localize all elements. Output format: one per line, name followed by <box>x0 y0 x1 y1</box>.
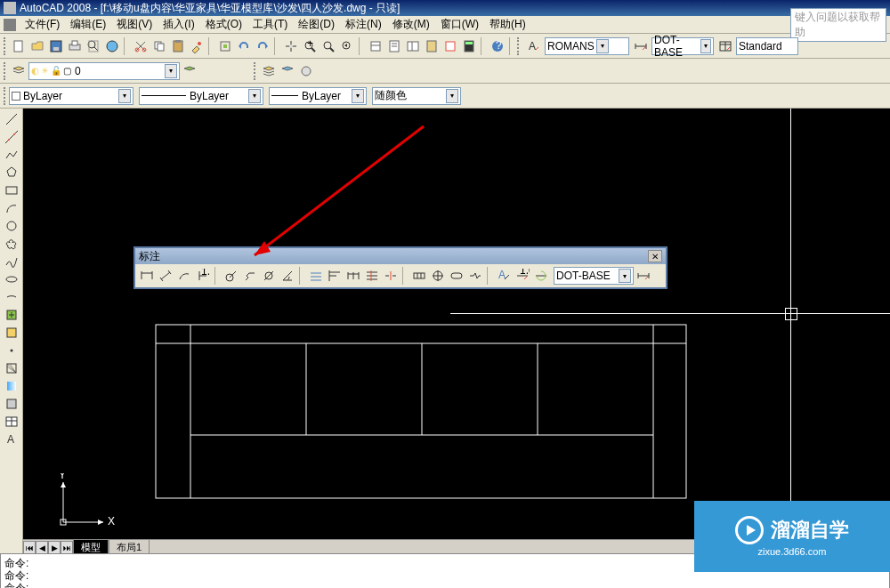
make-block-button[interactable] <box>2 324 21 342</box>
pan-button[interactable] <box>282 37 300 55</box>
dim-jogged-button[interactable] <box>241 267 259 285</box>
properties-button[interactable] <box>385 37 403 55</box>
text-style-dropdown[interactable]: ROMANS <box>545 37 629 55</box>
ellipse-button[interactable] <box>2 270 21 288</box>
dropdown-arrow-icon[interactable] <box>248 89 261 103</box>
command-input-line[interactable]: 命令: <box>4 581 886 588</box>
dim-style-current-dropdown[interactable]: DOT-BASE <box>554 267 634 285</box>
center-mark-button[interactable] <box>429 267 447 285</box>
cut-button[interactable] <box>132 37 150 55</box>
dim-baseline-button[interactable] <box>326 267 344 285</box>
dim-radius-button[interactable] <box>222 267 240 285</box>
toolbar-grip[interactable] <box>4 87 7 105</box>
layer-dropdown[interactable]: ◐☀🔓▢ 0 <box>28 62 180 80</box>
dim-style-control-button[interactable] <box>635 267 652 285</box>
dropdown-arrow-icon[interactable] <box>619 269 631 283</box>
match-prop-button[interactable] <box>188 37 206 55</box>
tab-last-button[interactable]: ⏭ <box>61 541 73 554</box>
inspection-button[interactable] <box>448 267 465 285</box>
design-center-button[interactable] <box>404 37 422 55</box>
dim-style-dropdown[interactable]: DOT-BASE <box>651 37 714 55</box>
tool-palettes-button[interactable] <box>423 37 441 55</box>
dropdown-arrow-icon[interactable] <box>700 39 711 53</box>
arc-button[interactable] <box>2 199 21 217</box>
menu-format[interactable]: 格式(O) <box>200 15 247 34</box>
plot-button[interactable] <box>66 37 84 55</box>
dim-tedit-button[interactable]: 1.0 <box>514 267 531 285</box>
dim-break-button[interactable] <box>382 267 400 285</box>
toolbar-grip[interactable] <box>517 37 521 55</box>
polygon-button[interactable] <box>2 164 21 181</box>
menu-edit[interactable]: 编辑(E) <box>65 15 111 34</box>
table-button[interactable] <box>2 413 21 431</box>
tab-next-button[interactable]: ▶ <box>48 541 61 554</box>
help-search-box[interactable]: 键入问题以获取帮助 <box>790 8 886 42</box>
toolbar-grip[interactable] <box>4 37 7 55</box>
dim-ordinate-button[interactable]: 1.0 <box>194 267 212 285</box>
copy-button[interactable] <box>150 37 168 55</box>
dim-continue-button[interactable] <box>344 267 362 285</box>
dimension-toolbar-titlebar[interactable]: 标注 ✕ <box>135 248 666 264</box>
layer-states-button[interactable] <box>260 62 278 80</box>
tab-first-button[interactable]: ⏮ <box>23 541 36 554</box>
layer-previous-button[interactable] <box>181 62 198 80</box>
layer-off-button[interactable] <box>297 62 315 80</box>
menu-window[interactable]: 窗口(W) <box>435 15 484 34</box>
open-button[interactable] <box>28 37 46 55</box>
dim-style-button[interactable] <box>632 37 650 55</box>
save-button[interactable] <box>47 37 65 55</box>
jogged-linear-button[interactable] <box>466 267 484 285</box>
dim-edit-button[interactable]: A <box>495 267 513 285</box>
dropdown-arrow-icon[interactable] <box>165 64 177 78</box>
redo-button[interactable] <box>254 37 271 55</box>
layer-properties-button[interactable] <box>10 62 28 80</box>
menu-tools[interactable]: 工具(T) <box>247 15 293 34</box>
zoom-window-button[interactable] <box>320 37 337 55</box>
circle-button[interactable] <box>2 217 21 235</box>
text-style-button[interactable]: A <box>525 37 543 55</box>
tab-model[interactable]: 模型 <box>73 539 109 553</box>
ssm-button[interactable] <box>367 37 384 55</box>
zoom-previous-button[interactable] <box>338 37 356 55</box>
dim-angular-button[interactable] <box>279 267 296 285</box>
dim-space-button[interactable] <box>363 267 381 285</box>
line-button[interactable] <box>2 110 21 128</box>
point-button[interactable] <box>2 342 21 359</box>
menu-view[interactable]: 视图(V) <box>111 15 158 34</box>
spline-button[interactable] <box>2 253 21 270</box>
lineweight-dropdown[interactable]: ByLayer <box>269 87 367 105</box>
revcloud-button[interactable] <box>2 235 21 253</box>
menu-help[interactable]: 帮助(H) <box>484 15 531 34</box>
mtext-button[interactable]: A <box>2 431 21 448</box>
toolbar-grip[interactable] <box>4 62 7 80</box>
undo-button[interactable] <box>235 37 253 55</box>
region-button[interactable] <box>2 395 21 413</box>
linetype-dropdown[interactable]: ByLayer <box>139 87 263 105</box>
markup-button[interactable] <box>441 37 459 55</box>
paste-button[interactable] <box>169 37 187 55</box>
toolbar-grip[interactable] <box>254 62 257 80</box>
dropdown-arrow-icon[interactable] <box>596 39 609 53</box>
layer-iso-button[interactable] <box>279 62 296 80</box>
table-style-button[interactable] <box>716 37 734 55</box>
menu-modify[interactable]: 修改(M) <box>387 15 435 34</box>
insert-block-button[interactable] <box>2 306 21 324</box>
polyline-button[interactable] <box>2 146 21 164</box>
gradient-button[interactable] <box>2 377 21 395</box>
close-button[interactable]: ✕ <box>648 250 662 262</box>
menu-dimension[interactable]: 标注(N) <box>340 15 387 34</box>
help-button[interactable]: ? <box>489 37 506 55</box>
tab-layout1[interactable]: 布局1 <box>109 539 150 553</box>
dim-aligned-button[interactable] <box>157 267 174 285</box>
tab-prev-button[interactable]: ◀ <box>36 541 48 554</box>
xline-button[interactable] <box>2 128 21 146</box>
table-style-dropdown[interactable]: Standard <box>736 37 798 55</box>
menu-insert[interactable]: 插入(I) <box>158 15 199 34</box>
color-dropdown[interactable]: ByLayer <box>9 87 134 105</box>
dim-arc-button[interactable] <box>175 267 193 285</box>
dim-update-button[interactable] <box>532 267 550 285</box>
drawing-canvas[interactable]: X Y ⏮ ◀ ▶ ⏭ 模型 布局1 标注 ✕ 1.0 <box>23 109 890 553</box>
zoom-realtime-button[interactable]: + <box>301 37 319 55</box>
menu-file[interactable]: 文件(F) <box>20 15 65 34</box>
new-button[interactable] <box>10 37 28 55</box>
